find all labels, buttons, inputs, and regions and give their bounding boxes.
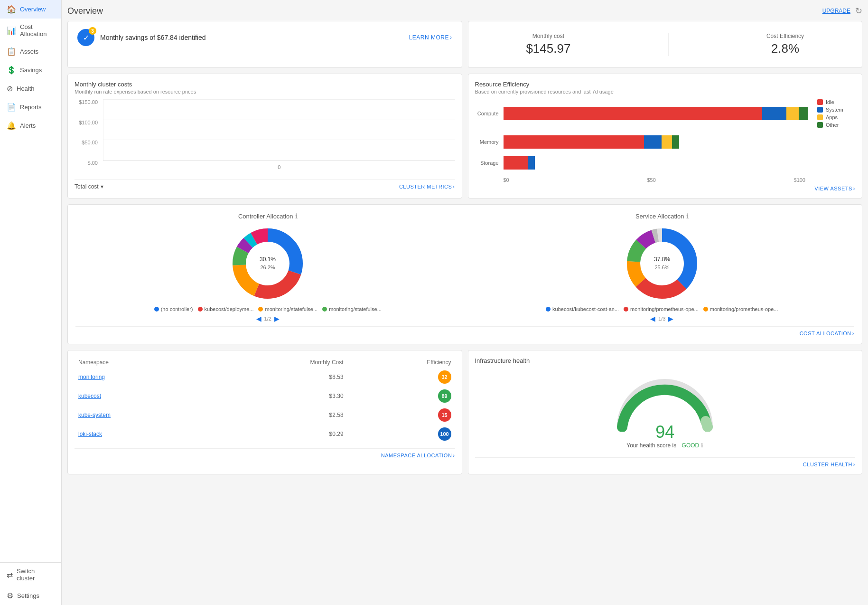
controller-info-icon[interactable]: ℹ [295, 212, 298, 220]
health-footer: CLUSTER HEALTH › [475, 457, 856, 467]
switch-icon: ⇄ [7, 570, 13, 579]
refresh-icon[interactable]: ↻ [855, 6, 862, 16]
compute-apps [786, 107, 799, 120]
allocation-card: Controller Allocation ℹ [67, 204, 862, 344]
health-info-icon[interactable]: ℹ [701, 442, 703, 449]
assets-icon: 📋 [7, 47, 16, 56]
health-score-number: 94 [626, 422, 703, 442]
col-namespace: Namespace [75, 357, 209, 368]
health-gauge: 94 Your health score is GOOD ℹ [475, 365, 856, 454]
sidebar-item-savings[interactable]: 💲 Savings [0, 61, 61, 79]
cost-allocation-link[interactable]: COST ALLOCATION › [75, 326, 854, 336]
namespace-table-body: monitoring $8.53 32 kubecost $3.30 89 ku… [75, 368, 455, 444]
namespace-card: Namespace Monthly Cost Efficiency monito… [67, 350, 462, 474]
sidebar-item-overview[interactable]: 🏠 Overview [0, 0, 61, 19]
cluster-costs-card: Monthly cluster costs Monthly run rate e… [67, 74, 462, 199]
service-legend: kubecost/kubecost-cost-an... monitoring/… [546, 306, 778, 312]
storage-system [528, 156, 535, 170]
savings-left: ✓ 3 Monthly savings of $67.84 identified [77, 29, 206, 46]
col-efficiency: Efficiency [347, 357, 455, 368]
memory-idle [504, 135, 644, 149]
sidebar-item-label: Settings [17, 592, 39, 599]
x-50: $50 [647, 177, 655, 183]
legend-apps: Apps [817, 114, 855, 120]
ns-efficiency: 15 [347, 406, 455, 425]
controller-prev-arrow[interactable]: ◀ [256, 315, 261, 322]
x-100: $100 [794, 177, 805, 183]
savings-badge: ✓ 3 [77, 29, 94, 46]
y-axis: $150.00 $100.00 $50.00 $.00 [75, 99, 101, 166]
controller-legend: (no controller) kubecost/deployme... mon… [154, 306, 382, 312]
chart-footer: Total cost ▾ CLUSTER METRICS › [75, 179, 455, 190]
service-info-icon[interactable]: ℹ [686, 212, 689, 220]
ns-efficiency: 100 [347, 425, 455, 444]
allocation-grid: Controller Allocation ℹ [75, 212, 854, 322]
service-prev-arrow[interactable]: ◀ [650, 315, 655, 322]
sidebar-item-alerts[interactable]: 🔔 Alerts [0, 116, 61, 135]
legend-prom-red: monitoring/prometheus-ope... [624, 306, 699, 312]
resource-chart: Compute Idle Syste [475, 99, 856, 183]
namespace-allocation-link[interactable]: NAMESPACE ALLOCATION › [381, 453, 455, 458]
svg-text:25.6%: 25.6% [654, 265, 669, 270]
table-row: kube-system $2.58 15 [75, 406, 455, 425]
memory-row: Memory [475, 135, 856, 149]
table-row: kubecost $3.30 89 [75, 387, 455, 406]
sidebar-item-switch-cluster[interactable]: ⇄ Switch cluster [0, 563, 61, 586]
y-label-150: $150.00 [75, 99, 98, 105]
grid-line-1 [103, 99, 455, 100]
sidebar-item-reports[interactable]: 📄 Reports [0, 98, 61, 116]
resource-legend: Idle System Apps Other [817, 99, 855, 128]
ns-name: kubecost [75, 387, 209, 406]
infrastructure-health-title: Infrastructure health [475, 357, 856, 364]
service-next-arrow[interactable]: ▶ [668, 315, 673, 322]
cluster-costs-subtitle: Monthly run rate expenses based on resou… [75, 89, 455, 95]
x-label: 0 [103, 164, 455, 170]
ns-cost: $2.58 [209, 406, 347, 425]
chart-inner: 0 [103, 99, 455, 161]
upgrade-button[interactable]: UPGRADE [822, 8, 850, 14]
sidebar-item-label: Reports [20, 104, 42, 111]
cluster-costs-chart: $150.00 $100.00 $50.00 $.00 0 [75, 99, 455, 175]
main-content: Overview UPGRADE ↻ ✓ 3 Monthly savings o… [62, 0, 868, 605]
memory-bar [504, 135, 856, 149]
service-allocation: Service Allocation ℹ [470, 212, 855, 322]
savings-icon: 💲 [7, 66, 16, 75]
health-icon: ⊘ [7, 84, 13, 93]
settings-icon: ⚙ [7, 591, 13, 600]
sidebar-bottom: ⇄ Switch cluster ⚙ Settings [0, 562, 61, 605]
controller-next-arrow[interactable]: ▶ [274, 315, 280, 322]
sidebar-item-cost-allocation[interactable]: 📊 Cost Allocation [0, 19, 61, 42]
sidebar-item-assets[interactable]: 📋 Assets [0, 42, 61, 61]
y-label-100: $100.00 [75, 120, 98, 125]
cluster-health-link[interactable]: CLUSTER HEALTH › [803, 462, 855, 467]
compute-other [799, 107, 808, 120]
badge-count: 3 [89, 27, 96, 35]
sidebar: 🏠 Overview 📊 Cost Allocation 📋 Assets 💲 … [0, 0, 62, 605]
legend-monitoring-green: monitoring/statefulse... [322, 306, 382, 312]
svg-text:30.1%: 30.1% [260, 256, 276, 263]
monthly-cost-card: Monthly cost $145.97 Cost Efficiency 2.8… [468, 21, 863, 68]
learn-more-button[interactable]: LEARN MORE › [409, 34, 452, 41]
monthly-cost-block: Monthly cost $145.97 [526, 33, 570, 56]
monthly-cost-value: $145.97 [526, 41, 570, 56]
service-nav: ◀ 1/3 ▶ [650, 315, 673, 322]
storage-row: Storage [475, 156, 856, 170]
monthly-cost-label: Monthly cost [526, 33, 570, 39]
sidebar-item-settings[interactable]: ⚙ Settings [0, 586, 61, 605]
sidebar-item-label: Savings [20, 66, 42, 74]
legend-kubecost-cost: kubecost/kubecost-cost-an... [546, 306, 619, 312]
view-assets-link[interactable]: VIEW ASSETS › [475, 186, 856, 191]
namespace-footer: NAMESPACE ALLOCATION › [75, 448, 455, 458]
cluster-metrics-link[interactable]: CLUSTER METRICS › [399, 184, 455, 189]
sidebar-item-health[interactable]: ⊘ Health [0, 79, 61, 98]
controller-nav: ◀ 1/2 ▶ [256, 315, 280, 322]
controller-page: 1/2 [264, 316, 271, 321]
memory-other [672, 135, 679, 149]
total-cost-dropdown[interactable]: Total cost ▾ [75, 183, 103, 190]
legend-no-controller: (no controller) [154, 306, 193, 312]
namespace-table-header: Namespace Monthly Cost Efficiency [75, 357, 455, 368]
main-header: Overview UPGRADE ↻ [67, 6, 862, 16]
ns-efficiency: 89 [347, 387, 455, 406]
controller-allocation-title: Controller Allocation ℹ [238, 212, 298, 220]
savings-text: Monthly savings of $67.84 identified [100, 34, 206, 41]
